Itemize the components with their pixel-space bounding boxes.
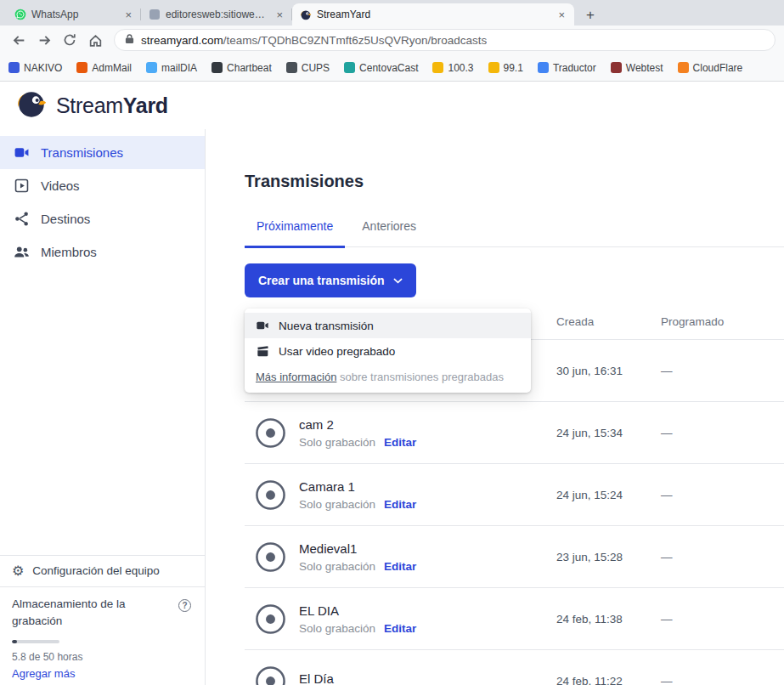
bookmark-cloudflare[interactable]: CloudFlare (678, 62, 743, 74)
bookmark-traductor[interactable]: Traductor (538, 62, 596, 74)
broadcast-title: Camara 1 (299, 479, 556, 494)
table-row[interactable]: cam 2 Solo grabaciónEditar 24 jun, 15:34… (245, 402, 784, 464)
add-more-link[interactable]: Agregar más (12, 667, 193, 680)
edit-link[interactable]: Editar (384, 622, 416, 635)
broadcast-title: cam 2 (299, 417, 556, 432)
more-info-link[interactable]: Más información (256, 371, 336, 383)
bookmark-label: CUPS (302, 62, 330, 74)
bookmark-icon (432, 62, 443, 73)
edit-link[interactable]: Editar (384, 498, 416, 511)
broadcast-title: EL DIA (299, 603, 556, 618)
bookmark-99-1[interactable]: 99.1 (488, 62, 523, 74)
created-cell: 24 feb, 11:22 (556, 675, 661, 685)
sidebar-item-miembros[interactable]: Miembros (0, 235, 205, 269)
created-cell: 23 jun, 15:28 (556, 551, 661, 563)
scheduled-cell: — (661, 675, 784, 685)
sidebar: Transmisiones Videos Destinos Miembros ⚙… (0, 129, 206, 685)
bookmark-label: Webtest (626, 62, 663, 74)
team-settings-button[interactable]: ⚙ Configuración del equipo (0, 555, 205, 586)
broadcast-subtitle: Solo grabación (299, 622, 375, 635)
created-cell: 24 jun, 15:24 (556, 489, 661, 501)
bookmark-icon (611, 62, 622, 73)
bookmark-nakivo[interactable]: NAKIVO (8, 62, 62, 74)
url-text: streamyard.com/teams/TQDhBC9ZNTmft6z5UsQ… (141, 34, 487, 47)
reload-button[interactable] (59, 30, 80, 50)
bookmark-centovacast[interactable]: CentovaCast (344, 62, 418, 74)
forward-button[interactable] (34, 30, 54, 50)
sidebar-item-label: Videos (41, 178, 80, 193)
address-bar[interactable]: streamyard.com/teams/TQDhBC9ZNTmft6z5UsQ… (114, 29, 776, 51)
storage-progress-fill (12, 640, 17, 643)
bookmark-100-3[interactable]: 100.3 (432, 62, 473, 74)
tab-title: WhatsApp (31, 8, 118, 20)
storage-usage-text: 5.8 de 50 horas (12, 651, 193, 663)
storage-progress-bar (12, 640, 59, 643)
scheduled-cell: — (661, 613, 784, 626)
record-icon (255, 603, 299, 635)
create-broadcast-button[interactable]: Crear una transmisión (245, 263, 416, 297)
created-cell: 30 jun, 16:31 (556, 365, 661, 377)
page-title: Transmisiones (245, 172, 784, 190)
browser-tab-eldia[interactable]: editoresweb:sitioweb:eldia.co × (141, 3, 292, 25)
bookmark-admmail[interactable]: AdmMail (76, 62, 132, 74)
clapperboard-icon (256, 344, 269, 358)
bookmark-icon (344, 62, 355, 73)
edit-link[interactable]: Editar (384, 560, 416, 573)
bookmark-icon (212, 62, 223, 73)
edit-link[interactable]: Editar (384, 436, 416, 449)
sidebar-item-label: Transmisiones (41, 145, 123, 160)
bookmarks-bar: NAKIVO AdmMail mailDIA Chartbeat CUPS Ce… (0, 54, 784, 82)
create-broadcast-menu: Nueva transmisión Usar video pregrabado … (245, 309, 531, 393)
close-icon[interactable]: × (274, 8, 285, 21)
table-row[interactable]: Medieval1 Solo grabaciónEditar 23 jun, 1… (245, 526, 784, 588)
sidebar-item-transmisiones[interactable]: Transmisiones (0, 136, 205, 169)
settings-label: Configuración del equipo (32, 564, 159, 577)
streamyard-favicon (300, 8, 312, 20)
storage-panel: Almacenamiento de la grabación ? 5.8 de … (0, 586, 205, 685)
url-path: /teams/TQDhBC9ZNTmft6z5UsQVRyon/broadcas… (223, 34, 488, 47)
tab-anteriores[interactable]: Anteriores (350, 219, 428, 246)
browser-window: WhatsApp × editoresweb:sitioweb:eldia.co… (0, 0, 784, 685)
bookmark-webtest[interactable]: Webtest (611, 62, 663, 74)
bookmark-label: Traductor (553, 62, 596, 74)
help-icon[interactable]: ? (178, 599, 191, 612)
menu-item-label: Nueva transmisión (279, 320, 374, 332)
bookmark-maildia[interactable]: mailDIA (146, 62, 197, 74)
bookmark-label: 99.1 (504, 62, 523, 74)
home-button[interactable] (85, 30, 105, 50)
storage-label: Almacenamiento de la grabación (12, 596, 155, 631)
close-icon[interactable]: × (556, 8, 567, 21)
scheduled-cell: — (661, 365, 784, 377)
sidebar-item-videos[interactable]: Videos (0, 169, 205, 202)
bookmark-label: mailDIA (161, 62, 197, 74)
bookmark-label: AdmMail (92, 62, 132, 74)
bookmark-icon (76, 62, 87, 73)
menu-item-nueva-transmision[interactable]: Nueva transmisión (245, 313, 531, 338)
bookmark-label: CloudFlare (693, 62, 743, 74)
table-row[interactable]: El Día 24 feb, 11:22 — (245, 650, 784, 685)
sidebar-item-destinos[interactable]: Destinos (0, 202, 205, 235)
browser-toolbar: streamyard.com/teams/TQDhBC9ZNTmft6z5UsQ… (0, 25, 784, 54)
new-tab-button[interactable]: + (579, 5, 601, 25)
close-icon[interactable]: × (123, 8, 133, 21)
site-favicon (149, 8, 161, 20)
browser-tab-streamyard[interactable]: StreamYard × (292, 3, 574, 25)
record-icon (255, 665, 299, 685)
bookmark-label: CentovaCast (359, 62, 418, 74)
menu-item-usar-video-pregrabado[interactable]: Usar video pregrabado (245, 338, 531, 364)
streamyard-logo-icon (15, 88, 48, 123)
scheduled-cell: — (661, 427, 784, 439)
browser-tab-whatsapp[interactable]: WhatsApp × (7, 3, 141, 25)
bookmark-label: NAKIVO (24, 62, 62, 74)
view-tabs: Próximamente Anteriores (245, 219, 784, 247)
bookmark-cups[interactable]: CUPS (286, 62, 330, 74)
app-header: StreamYard (0, 82, 784, 129)
back-button[interactable] (8, 30, 29, 50)
main-content: Transmisiones Próximamente Anteriores Cr… (206, 129, 784, 685)
bookmark-icon (286, 62, 297, 73)
table-row[interactable]: Camara 1 Solo grabaciónEditar 24 jun, 15… (245, 464, 784, 526)
tab-proximamente[interactable]: Próximamente (245, 219, 345, 248)
table-row[interactable]: EL DIA Solo grabaciónEditar 24 feb, 11:3… (245, 588, 784, 650)
bookmark-chartbeat[interactable]: Chartbeat (212, 62, 272, 74)
record-icon (255, 479, 299, 511)
